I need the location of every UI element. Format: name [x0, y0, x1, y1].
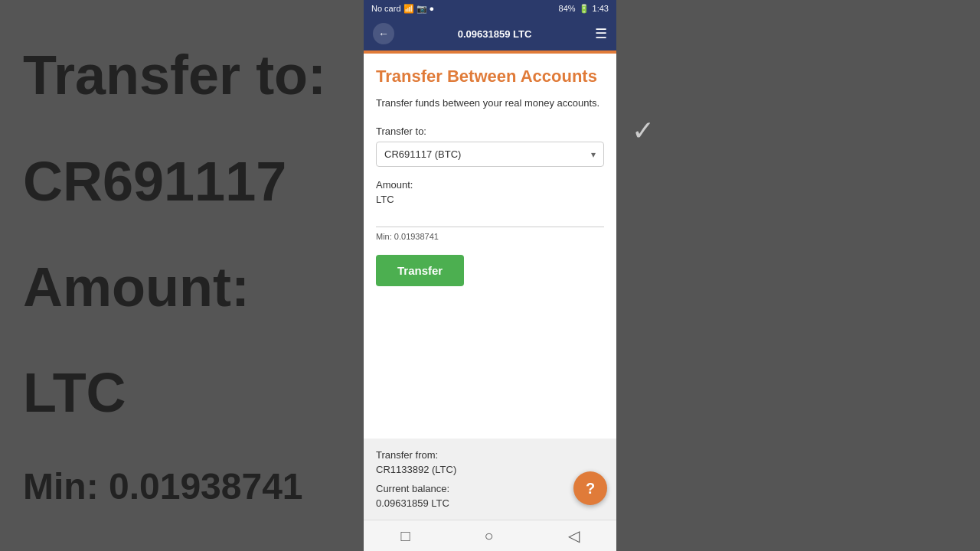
bg-text-min: Min: 0.01938741: [23, 463, 303, 510]
transfer-to-label: Transfer to:: [376, 126, 604, 137]
dot-icon: ●: [430, 4, 435, 13]
transfer-from-value: CR1133892 (LTC): [376, 464, 604, 475]
transfer-from-label: Transfer from:: [376, 449, 604, 461]
amount-currency: LTC: [376, 194, 604, 205]
phone-screen: No card 📶 📷 ● 84% 🔋 1:43 ← 0.09631859 LT…: [364, 0, 616, 551]
help-button[interactable]: ?: [573, 471, 607, 505]
bg-panel-left: Transfer to: CR691117 Amount: LTC Min: 0…: [0, 0, 364, 551]
current-balance-label: Current balance:: [376, 483, 604, 494]
header-balance: 0.09631859 LTC: [458, 28, 532, 40]
transfer-button[interactable]: Transfer: [376, 255, 464, 286]
signal-icon: 📶: [403, 4, 414, 14]
time-label: 1:43: [593, 4, 609, 13]
camera-icon: 📷: [416, 4, 427, 14]
bg-text-ltc: LTC: [23, 357, 126, 429]
bg-text-amount: Amount:: [23, 252, 250, 324]
back-button[interactable]: ←: [373, 23, 394, 44]
status-right: 84% 🔋 1:43: [559, 4, 609, 14]
transfer-form: Transfer to: CR691117 (BTC) ▾ Amount: LT…: [376, 126, 604, 311]
chevron-down-icon: ▾: [591, 149, 596, 160]
bg-text-transfer-to: Transfer to:: [23, 40, 326, 112]
back-nav-icon[interactable]: ◁: [568, 527, 580, 545]
menu-icon[interactable]: ☰: [595, 25, 607, 42]
bg-checkmark: ✓: [632, 115, 655, 147]
amount-label: Amount:: [376, 179, 604, 191]
transfer-to-value: CR691117 (BTC): [384, 148, 461, 160]
battery-label: 84%: [559, 4, 576, 13]
amount-input[interactable]: [376, 208, 604, 227]
current-balance-value: 0.09631859 LTC: [376, 497, 604, 509]
bg-text-account: CR691117: [23, 146, 286, 218]
status-left: No card 📶 📷 ●: [371, 4, 434, 14]
home-nav-icon[interactable]: ○: [485, 527, 494, 545]
transfer-to-dropdown[interactable]: CR691117 (BTC) ▾: [376, 142, 604, 167]
status-bar: No card 📶 📷 ● 84% 🔋 1:43: [364, 0, 616, 17]
app-header: ← 0.09631859 LTC ☰: [364, 17, 616, 51]
bottom-nav: □ ○ ◁: [364, 520, 616, 551]
no-card-label: No card: [371, 4, 401, 13]
battery-icon: 🔋: [579, 4, 590, 14]
page-description: Transfer funds between your real money a…: [376, 96, 604, 111]
square-nav-icon[interactable]: □: [400, 527, 410, 545]
question-mark-icon: ?: [586, 480, 595, 497]
min-amount-label: Min: 0.01938741: [376, 232, 604, 241]
page-title: Transfer Between Accounts: [376, 66, 604, 88]
bg-panel-right: ✓: [616, 0, 980, 551]
content-area: Transfer Between Accounts Transfer funds…: [364, 54, 616, 439]
